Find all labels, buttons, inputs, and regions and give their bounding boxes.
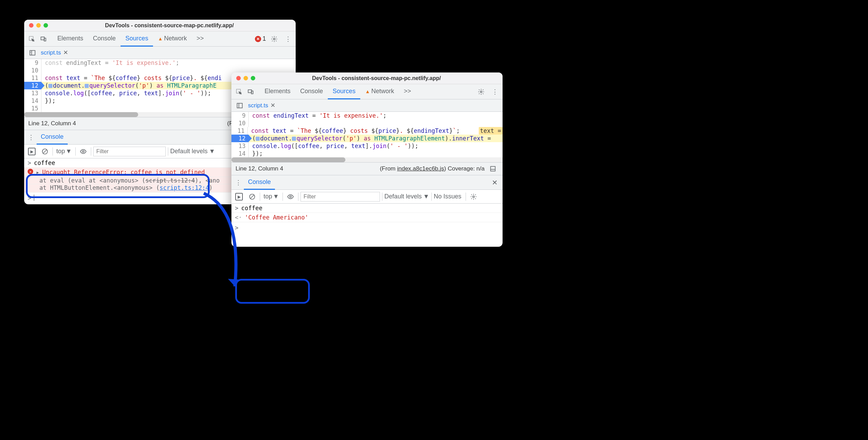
devtools-window-after: DevTools - consistent-source-map-pc.netl… bbox=[231, 72, 503, 247]
inspect-icon[interactable] bbox=[26, 33, 37, 45]
console-settings-icon[interactable] bbox=[468, 191, 479, 202]
filter-input[interactable] bbox=[93, 147, 166, 156]
code-editor[interactable]: 9const endingText = 'It is expensive.'; … bbox=[231, 112, 503, 157]
console-output-line: <· 'Coffee Americano' bbox=[231, 213, 503, 222]
live-expression-icon[interactable] bbox=[285, 191, 296, 202]
stack-link[interactable]: script.ts:12:4 bbox=[145, 177, 195, 184]
close-icon[interactable] bbox=[29, 23, 34, 28]
navigator-toggle-icon[interactable] bbox=[234, 100, 245, 111]
expand-chevron-icon[interactable]: ▸ bbox=[36, 169, 39, 176]
console-toolbar: ▸ top ▼ Default levels ▼ No Issues bbox=[231, 190, 503, 204]
svg-point-19 bbox=[289, 196, 291, 197]
console-input-line: > coffee bbox=[231, 204, 503, 213]
arrow-icon bbox=[193, 190, 256, 297]
window-title: DevTools - consistent-source-map-pc.netl… bbox=[48, 22, 291, 29]
titlebar: DevTools - consistent-source-map-pc.netl… bbox=[231, 72, 503, 84]
context-selector[interactable]: top ▼ bbox=[262, 192, 280, 201]
tab-more[interactable]: >> bbox=[399, 84, 416, 99]
sourcemap-link[interactable]: index.a8c1ec6b.js bbox=[397, 165, 444, 172]
titlebar: DevTools - consistent-source-map-pc.netl… bbox=[24, 20, 296, 31]
tab-network[interactable]: Network bbox=[360, 84, 399, 99]
more-menu-icon[interactable]: ⋮ bbox=[283, 33, 294, 45]
svg-point-12 bbox=[480, 91, 482, 92]
tab-more[interactable]: >> bbox=[192, 31, 209, 47]
context-selector[interactable]: top ▼ bbox=[55, 147, 73, 156]
drawer-tab-console[interactable]: Console bbox=[37, 130, 68, 145]
tab-elements[interactable]: Elements bbox=[53, 31, 88, 47]
file-tab-script[interactable]: script.ts ✕ bbox=[248, 102, 275, 109]
maximize-icon[interactable] bbox=[44, 23, 48, 28]
maximize-icon[interactable] bbox=[251, 76, 255, 80]
console-prompt[interactable]: > bbox=[231, 222, 503, 233]
svg-rect-13 bbox=[237, 103, 242, 108]
error-count-badge[interactable]: ✕ 1 bbox=[255, 35, 266, 42]
sidebar-toggle-icon[interactable]: ▸ bbox=[26, 146, 37, 157]
coverage-collapse-icon[interactable] bbox=[487, 163, 498, 174]
tab-console[interactable]: Console bbox=[88, 31, 121, 47]
window-title: DevTools - consistent-source-map-pc.netl… bbox=[255, 75, 498, 81]
drawer-more-icon[interactable]: ⋮ bbox=[233, 177, 244, 188]
drawer-close-icon[interactable]: ✕ bbox=[488, 178, 501, 187]
tab-console[interactable]: Console bbox=[295, 84, 328, 99]
cursor-position: Line 12, Column 4 bbox=[236, 165, 283, 172]
close-icon[interactable] bbox=[236, 76, 241, 80]
cursor-position: Line 12, Column 4 bbox=[28, 120, 76, 127]
inline-value-chip: text = bbox=[479, 127, 503, 135]
svg-point-3 bbox=[274, 38, 275, 40]
file-tab-bar: script.ts ✕ bbox=[24, 47, 296, 59]
minimize-icon[interactable] bbox=[36, 23, 41, 28]
status-bar: Line 12, Column 4 (From index.a8c1ec6b.j… bbox=[231, 162, 503, 175]
svg-rect-2 bbox=[44, 38, 46, 41]
main-toolbar: Elements Console Sources Network >> ✕ 1 … bbox=[24, 31, 296, 47]
drawer-tab-console[interactable]: Console bbox=[244, 175, 275, 190]
sourcemap-origin: (From index.a8c1ec6b.js) Coverage: n/a bbox=[380, 165, 485, 172]
cursor bbox=[34, 195, 34, 201]
close-tab-icon[interactable]: ✕ bbox=[270, 102, 275, 109]
more-menu-icon[interactable]: ⋮ bbox=[489, 86, 500, 97]
filter-input[interactable] bbox=[301, 192, 380, 202]
file-tab-bar: script.ts ✕ bbox=[231, 99, 503, 112]
main-toolbar: Elements Console Sources Network >> ⋮ bbox=[231, 84, 503, 99]
svg-line-7 bbox=[43, 150, 47, 153]
close-tab-icon[interactable]: ✕ bbox=[63, 49, 68, 56]
tab-sources[interactable]: Sources bbox=[121, 31, 153, 47]
horizontal-scrollbar[interactable] bbox=[231, 157, 503, 162]
prompt-chevron-icon: > bbox=[28, 195, 31, 202]
drawer-tab-bar: ⋮ Console ✕ bbox=[231, 175, 503, 190]
console-body: > coffee <· 'Coffee Americano' > bbox=[231, 204, 503, 233]
inspect-icon[interactable] bbox=[233, 86, 245, 97]
device-toggle-icon[interactable] bbox=[245, 86, 256, 97]
device-toggle-icon[interactable] bbox=[38, 33, 49, 45]
tab-elements[interactable]: Elements bbox=[260, 84, 295, 99]
svg-point-8 bbox=[82, 150, 84, 152]
error-icon: ✕ bbox=[28, 169, 33, 174]
error-icon: ✕ bbox=[255, 36, 261, 42]
settings-icon[interactable] bbox=[269, 33, 280, 45]
drawer-more-icon[interactable]: ⋮ bbox=[26, 132, 37, 143]
svg-point-20 bbox=[473, 196, 474, 197]
tab-network[interactable]: Network bbox=[153, 31, 192, 47]
file-tab-script[interactable]: script.ts ✕ bbox=[41, 49, 68, 56]
live-expression-icon[interactable] bbox=[78, 146, 89, 157]
issues-label[interactable]: No Issues bbox=[434, 193, 461, 200]
clear-console-icon[interactable] bbox=[39, 146, 50, 157]
input-chevron-icon: > bbox=[28, 159, 31, 166]
levels-selector[interactable]: Default levels ▼ bbox=[384, 193, 429, 200]
navigator-toggle-icon[interactable] bbox=[27, 47, 38, 58]
settings-icon[interactable] bbox=[476, 86, 487, 97]
minimize-icon[interactable] bbox=[244, 76, 248, 80]
svg-rect-11 bbox=[251, 91, 253, 94]
levels-selector[interactable]: Default levels ▼ bbox=[170, 148, 215, 155]
svg-rect-4 bbox=[30, 50, 35, 55]
tab-sources[interactable]: Sources bbox=[328, 84, 360, 99]
svg-rect-15 bbox=[490, 166, 495, 171]
